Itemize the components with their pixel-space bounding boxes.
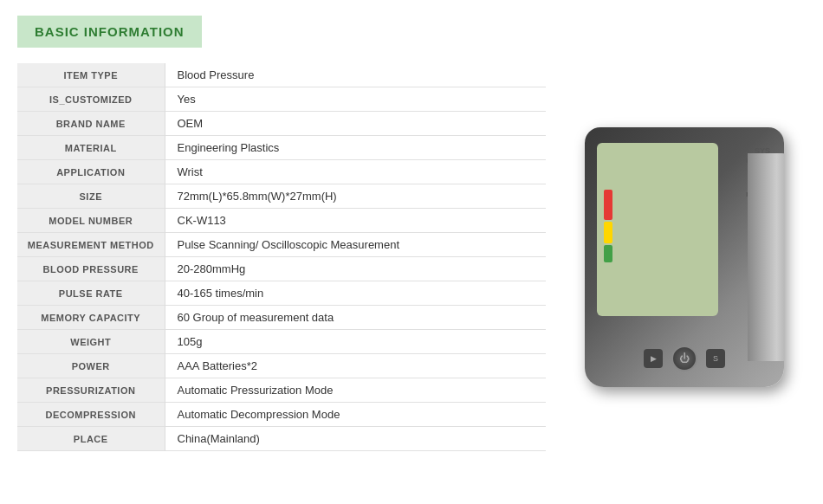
button-left[interactable]: ▶ [644, 349, 663, 368]
table-row: POWERAAA Batteries*2 [17, 354, 546, 378]
content-area: ITEM TYPEBlood PressureIS_CUSTOMIZEDYesB… [0, 63, 823, 451]
row-value: Blood Pressure [165, 63, 546, 87]
row-value: Yes [165, 87, 546, 112]
power-icon: ⏻ [679, 352, 690, 365]
table-row: ITEM TYPEBlood Pressure [17, 63, 546, 87]
blood-pressure-monitor: SYSmmHg DIAmmHg PUL/min ▶ ⏻ S [585, 127, 784, 387]
row-value: Automatic Pressurization Mode [165, 378, 546, 403]
row-value: Wrist [165, 160, 546, 184]
table-row: APPLICATIONWrist [17, 160, 546, 184]
row-value: OEM [165, 112, 546, 136]
row-label: ITEM TYPE [17, 63, 165, 87]
row-label: MATERIAL [17, 136, 165, 160]
bar-red [604, 190, 612, 220]
row-label: DECOMPRESSION [17, 403, 165, 427]
table-row: MODEL NUMBERCK-W113 [17, 209, 546, 233]
bar-yellow [604, 222, 612, 243]
bar-green [604, 245, 612, 262]
table-row: SIZE72mm(L)*65.8mm(W)*27mm(H) [17, 184, 546, 209]
row-value: AAA Batteries*2 [165, 354, 546, 378]
row-label: MODEL NUMBER [17, 209, 165, 233]
page: BASIC INFORMATION ITEM TYPEBlood Pressur… [0, 0, 823, 504]
row-value: China(Mainland) [165, 427, 546, 451]
table-row: MATERIALEngineering Plastics [17, 136, 546, 160]
device-buttons: ▶ ⏻ S [644, 346, 725, 372]
row-value: Pulse Scanning/ Oscilloscopic Measuremen… [165, 233, 546, 257]
row-value: 60 Group of measurement data [165, 306, 546, 330]
table-row: IS_CUSTOMIZEDYes [17, 87, 546, 112]
header-section: BASIC INFORMATION [17, 16, 202, 48]
row-label: BLOOD PRESSURE [17, 257, 165, 281]
row-value: Automatic Decompression Mode [165, 403, 546, 427]
color-bars [604, 150, 711, 262]
row-label: BRAND NAME [17, 112, 165, 136]
table-row: MEASUREMENT METHODPulse Scanning/ Oscill… [17, 233, 546, 257]
table-row: PRESSURIZATIONAutomatic Pressurization M… [17, 378, 546, 403]
row-value: Engineering Plastics [165, 136, 546, 160]
row-label: IS_CUSTOMIZED [17, 87, 165, 112]
info-table-section: ITEM TYPEBlood PressureIS_CUSTOMIZEDYesB… [17, 63, 546, 451]
row-label: POWER [17, 354, 165, 378]
table-row: BLOOD PRESSURE20-280mmHg [17, 257, 546, 281]
table-row: PULSE RATE40-165 times/min [17, 281, 546, 306]
power-button[interactable]: ⏻ [671, 346, 697, 372]
table-row: WEIGHT105g [17, 330, 546, 354]
row-value: CK-W113 [165, 209, 546, 233]
header-title: BASIC INFORMATION [35, 24, 185, 39]
row-value: 72mm(L)*65.8mm(W)*27mm(H) [165, 184, 546, 209]
row-value: 40-165 times/min [165, 281, 546, 306]
button-right[interactable]: S [706, 349, 725, 368]
row-label: MEASUREMENT METHOD [17, 233, 165, 257]
device-section: SYSmmHg DIAmmHg PUL/min ▶ ⏻ S [563, 63, 806, 451]
table-row: DECOMPRESSIONAutomatic Decompression Mod… [17, 403, 546, 427]
row-value: 20-280mmHg [165, 257, 546, 281]
row-label: MEMORY CAPACITY [17, 306, 165, 330]
table-row: MEMORY CAPACITY60 Group of measurement d… [17, 306, 546, 330]
row-label: SIZE [17, 184, 165, 209]
row-label: PULSE RATE [17, 281, 165, 306]
row-label: APPLICATION [17, 160, 165, 184]
table-row: BRAND NAMEOEM [17, 112, 546, 136]
table-row: PLACEChina(Mainland) [17, 427, 546, 451]
row-label: PRESSURIZATION [17, 378, 165, 403]
device-band [748, 153, 784, 361]
row-value: 105g [165, 330, 546, 354]
row-label: PLACE [17, 427, 165, 451]
row-label: WEIGHT [17, 330, 165, 354]
info-table: ITEM TYPEBlood PressureIS_CUSTOMIZEDYesB… [17, 63, 546, 451]
device-screen [597, 143, 718, 316]
